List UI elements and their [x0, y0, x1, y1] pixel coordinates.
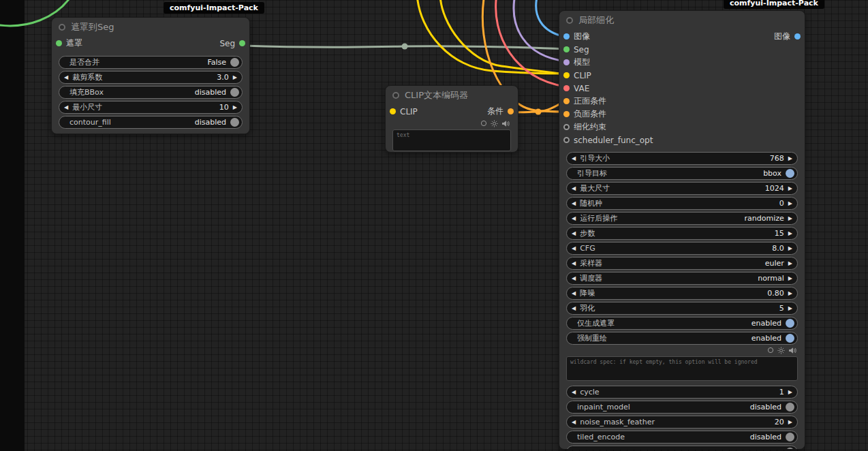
decrement-arrow-icon[interactable]: ◀ [572, 276, 576, 281]
increment-arrow-icon[interactable]: ▶ [788, 156, 792, 161]
input-port-vae[interactable]: VAE [563, 84, 589, 93]
port-dot[interactable] [239, 40, 245, 46]
decrement-arrow-icon[interactable]: ◀ [572, 246, 576, 251]
toggle-knob[interactable] [230, 118, 239, 127]
increment-arrow-icon[interactable]: ▶ [788, 186, 792, 191]
gear-icon[interactable] [777, 347, 785, 354]
widget-tiled-encode[interactable]: tiled_encode disabled [566, 431, 798, 444]
toggle-knob[interactable] [786, 433, 794, 441]
port-dot[interactable] [563, 98, 570, 104]
input-port-mask[interactable]: 遮罩 [56, 37, 82, 49]
decrement-arrow-icon[interactable]: ◀ [572, 216, 576, 221]
output-port-seg[interactable]: Seg [219, 39, 245, 48]
node-clip-text-encoder[interactable]: CLIP文本编码器 CLIP 条件 text [385, 85, 518, 153]
port-dot[interactable] [563, 124, 570, 130]
toggle-knob[interactable] [786, 334, 794, 343]
input-port-scheduler-func-opt[interactable]: scheduler_func_opt [563, 136, 653, 145]
increment-arrow-icon[interactable]: ▶ [788, 201, 792, 206]
input-port-image[interactable]: 图像 [563, 31, 590, 42]
widget-fill-bbox[interactable]: 填充BBox disabled [59, 86, 243, 99]
node-title-bar[interactable]: 遮罩到Seg [52, 18, 249, 37]
decrement-arrow-icon[interactable]: ◀ [572, 186, 576, 191]
decrement-arrow-icon[interactable]: ◀ [572, 420, 576, 425]
port-dot[interactable] [563, 59, 570, 65]
port-dot[interactable] [563, 137, 570, 143]
output-port-image[interactable]: 图像 [774, 31, 801, 42]
gear-icon[interactable] [491, 120, 498, 127]
increment-arrow-icon[interactable]: ▶ [788, 291, 792, 296]
widget-seed[interactable]: ◀ 随机种 0 ▶ [566, 197, 798, 210]
widget-noise-mask-feather[interactable]: ◀ noise_mask_feather 20 ▶ [566, 416, 798, 429]
decrement-arrow-icon[interactable]: ◀ [64, 105, 68, 110]
node-graph-canvas[interactable]: comfyui-Impact-Pack comfyui-Impact-Pack … [0, 0, 868, 451]
node-mask-to-seg[interactable]: 遮罩到Seg 遮罩 Seg 是否合并 False ◀ 裁剪系数 3.0 ▶ [51, 17, 250, 134]
conditioning-link-reroute-dot[interactable] [536, 109, 542, 115]
widget-feather[interactable]: ◀ 羽化 5 ▶ [566, 302, 798, 315]
widget-cycle[interactable]: ◀ cycle 1 ▶ [566, 386, 798, 399]
speaker-icon[interactable] [501, 120, 510, 127]
output-port-conditioning[interactable]: 条件 [487, 106, 514, 117]
increment-arrow-icon[interactable]: ▶ [233, 75, 237, 80]
increment-arrow-icon[interactable]: ▶ [788, 276, 792, 281]
toggle-knob[interactable] [230, 88, 239, 97]
toggle-knob[interactable] [786, 169, 794, 178]
port-dot[interactable] [563, 85, 570, 91]
widget-crop-factor[interactable]: ◀ 裁剪系数 3.0 ▶ [59, 71, 243, 84]
widget-inpaint-model[interactable]: inpaint_model disabled [566, 401, 798, 414]
port-dot[interactable] [508, 108, 514, 114]
widget-steps[interactable]: ◀ 步数 15 ▶ [566, 227, 798, 240]
decrement-arrow-icon[interactable]: ◀ [572, 306, 576, 311]
increment-arrow-icon[interactable]: ▶ [788, 390, 792, 395]
decrement-arrow-icon[interactable]: ◀ [572, 261, 576, 266]
input-port-clip[interactable]: CLIP [390, 107, 418, 116]
node-title-bar[interactable]: CLIP文本编码器 [386, 86, 518, 105]
toggle-knob[interactable] [786, 403, 794, 411]
increment-arrow-icon[interactable]: ▶ [788, 246, 792, 251]
decrement-arrow-icon[interactable]: ◀ [572, 291, 576, 296]
decrement-arrow-icon[interactable]: ◀ [572, 231, 576, 236]
prompt-text-input[interactable]: text [392, 129, 511, 151]
increment-arrow-icon[interactable]: ▶ [788, 306, 792, 311]
port-dot[interactable] [56, 40, 62, 46]
port-dot[interactable] [563, 72, 570, 78]
widget-control-after-generate[interactable]: ◀ 运行后操作 randomize ▶ [566, 212, 798, 225]
widget-force-inpaint[interactable]: 强制重绘 enabled [566, 332, 798, 345]
port-dot[interactable] [563, 111, 570, 117]
widget-min-size[interactable]: ◀ 最小尺寸 10 ▶ [59, 101, 243, 114]
wildcard-text-input[interactable]: wildcard spec: if kept empty, this optio… [566, 356, 798, 381]
increment-arrow-icon[interactable]: ▶ [788, 261, 792, 266]
input-port-negative-conditioning[interactable]: 负面条件 [563, 108, 606, 120]
decrement-arrow-icon[interactable]: ◀ [64, 75, 68, 80]
port-dot[interactable] [563, 33, 570, 40]
decrement-arrow-icon[interactable]: ◀ [572, 390, 576, 395]
toggle-knob[interactable] [786, 319, 794, 328]
widget-tiled-decode[interactable]: tiled_decode disabled [566, 446, 798, 450]
input-port-seg[interactable]: Seg [563, 45, 589, 55]
decrement-arrow-icon[interactable]: ◀ [572, 156, 576, 161]
port-dot[interactable] [794, 33, 801, 40]
speaker-icon[interactable] [788, 347, 796, 354]
port-dot[interactable] [390, 108, 396, 114]
widget-guide-size[interactable]: ◀ 引导大小 768 ▶ [566, 152, 798, 165]
widget-max-size[interactable]: ◀ 最大尺寸 1024 ▶ [566, 182, 798, 195]
decrement-arrow-icon[interactable]: ◀ [572, 201, 576, 206]
widget-sampler[interactable]: ◀ 采样器 euler ▶ [566, 257, 798, 270]
increment-arrow-icon[interactable]: ▶ [233, 105, 237, 110]
widget-denoise[interactable]: ◀ 降噪 0.80 ▶ [566, 287, 798, 300]
increment-arrow-icon[interactable]: ▶ [788, 420, 792, 425]
widget-noise-mask[interactable]: 仅生成遮罩 enabled [566, 317, 798, 330]
toggle-knob[interactable] [786, 448, 794, 450]
segs-link-reroute-dot[interactable] [402, 44, 408, 50]
node-detailer[interactable]: 局部细化 图像 图像 Seg 模型 CLIP VAE 正面条件 [559, 10, 805, 450]
circle-icon[interactable] [480, 120, 487, 127]
circle-icon[interactable] [767, 347, 774, 354]
input-port-model[interactable]: 模型 [563, 57, 590, 68]
node-title-bar[interactable]: 局部细化 [559, 11, 805, 30]
widget-cfg[interactable]: ◀ CFG 8.0 ▶ [566, 242, 798, 255]
input-port-positive-conditioning[interactable]: 正面条件 [563, 95, 606, 107]
increment-arrow-icon[interactable]: ▶ [788, 231, 792, 236]
port-dot[interactable] [563, 46, 570, 52]
widget-guide-target[interactable]: 引导目标 bbox [566, 167, 798, 180]
increment-arrow-icon[interactable]: ▶ [788, 216, 792, 221]
input-port-clip[interactable]: CLIP [563, 71, 591, 80]
